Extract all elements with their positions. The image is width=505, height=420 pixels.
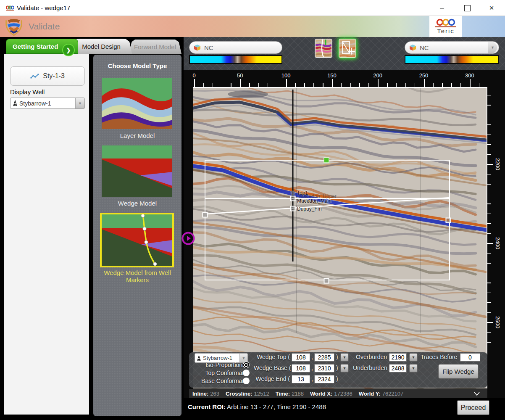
roi-move-tool-icon — [339, 40, 355, 57]
close-paren: ) — [336, 354, 338, 360]
left-colormap-name: NC — [204, 44, 213, 51]
minimize-button[interactable]: – — [434, 0, 450, 16]
wedge-base-x-input[interactable] — [292, 364, 310, 372]
status-value: 172386 — [334, 391, 352, 397]
wedge-top-spinner[interactable]: ▼ — [340, 353, 349, 362]
layer-model-thumbnail[interactable] — [102, 78, 172, 129]
radio-top-conformant[interactable] — [243, 370, 250, 376]
macedon-marker-handle[interactable] — [291, 196, 295, 201]
geoteric-app-icon — [6, 5, 14, 11]
wedge-base-label: Wedge Base ( — [254, 365, 290, 371]
dupuy-marker-handle[interactable] — [291, 206, 295, 211]
left-colormap-select[interactable]: NC — [189, 41, 282, 54]
wedge-top-label: Wedge Top ( — [254, 354, 290, 360]
wedge-from-markers-art — [102, 214, 172, 266]
maximize-button[interactable] — [459, 0, 476, 16]
tab-model-design[interactable]: Model Design — [71, 39, 132, 54]
tab-bar: Forward Model Model Design Getting Start… — [0, 37, 184, 54]
window-title: Validate - wedge17 — [17, 0, 70, 16]
layer-model-label: Layer Model — [93, 132, 181, 139]
model-panel-title: Choose Model Type — [93, 62, 181, 69]
chevron-down-icon[interactable]: ▼ — [239, 354, 247, 362]
roi-bottom-handle[interactable] — [324, 279, 329, 283]
status-label: Crossline: — [226, 391, 252, 397]
cube-icon — [194, 44, 201, 51]
seismic-viewer-area: NC — [184, 37, 505, 398]
status-label: World X: — [310, 391, 332, 397]
chevron-down-icon[interactable]: ▼ — [75, 98, 84, 108]
left-colorbar[interactable] — [189, 55, 282, 64]
radio-base-conformant[interactable] — [243, 378, 250, 384]
underburden-spinner[interactable]: ▼ — [409, 364, 418, 372]
well-derrick-icon — [197, 355, 201, 361]
cursor-status-bar: Inline:263 Crossline:12512 Time:2188 Wor… — [189, 389, 487, 398]
traces-before-input[interactable] — [460, 353, 480, 362]
wedge-end-label: Wedge End ( — [254, 375, 290, 382]
well-view-tool-icon — [316, 40, 331, 57]
roi-top-handle[interactable] — [324, 158, 329, 163]
overburden-input[interactable] — [389, 353, 407, 362]
wedge-base-time-input[interactable] — [314, 364, 334, 372]
panel-expander-handle[interactable] — [181, 231, 195, 246]
roi-rectangle[interactable] — [205, 160, 450, 280]
overburden-label: Overburden — [355, 354, 387, 360]
wedge-from-markers-thumbnail[interactable] — [100, 213, 174, 267]
wedge-end-x-input[interactable] — [292, 375, 310, 383]
chevron-down-icon[interactable]: ▼ — [488, 42, 497, 53]
roi-move-tool-button[interactable] — [339, 39, 356, 58]
geoteric-logo: Teric — [429, 16, 462, 37]
wedge-top-x-input[interactable] — [292, 353, 310, 362]
separator: , — [311, 375, 313, 382]
wedge-parameter-panel: Stybarrow-1 ▼ Iso-Proportional Top Confo… — [189, 352, 487, 388]
wedge-top-time-input[interactable] — [314, 353, 334, 362]
tab-forward-model[interactable]: Forward Model — [129, 40, 181, 54]
app-window: Validate - wedge17 – × Validate Teric — [0, 0, 505, 420]
proceed-button[interactable]: Proceed — [457, 400, 489, 415]
radio-label-iso: Iso-Proportional — [205, 362, 247, 368]
status-value: 2188 — [292, 391, 304, 397]
close-paren: ) — [336, 365, 338, 371]
roi-overlay: Top1 Macedon_Upper Macedon_Main Dupuy_Fm — [193, 88, 487, 388]
status-value: 7622107 — [382, 391, 404, 397]
wedge-model-label: Wedge Model — [93, 200, 181, 207]
right-colormap-select[interactable]: NC ▼ — [405, 41, 499, 54]
separator: , — [311, 354, 313, 360]
status-label: Inline: — [192, 391, 208, 397]
close-paren: ) — [336, 375, 338, 382]
maximize-icon — [464, 5, 471, 11]
flip-wedge-button[interactable]: Flip Wedge — [438, 364, 479, 379]
wedge-model-art — [102, 145, 172, 197]
app-header: Validate Teric — [0, 16, 505, 37]
well-picks-button[interactable]: Sty-1-3 — [10, 66, 85, 86]
wedge-end-handle[interactable] — [203, 213, 208, 217]
well-picks-label: Sty-1-3 — [43, 72, 65, 80]
overburden-spinner[interactable]: ▼ — [409, 353, 418, 362]
time-ruler: 220024002600 — [487, 87, 505, 361]
radio-iso-proportional[interactable] — [243, 362, 250, 368]
close-button[interactable]: × — [483, 0, 500, 16]
wedge-model-thumbnail[interactable] — [102, 145, 172, 197]
radio-label-top-conformant: Top Conformant — [205, 370, 247, 376]
radio-label-base-conformant: Base Conformant — [201, 378, 247, 384]
underburden-input[interactable] — [389, 364, 407, 372]
next-step-chevron-icon[interactable]: ❯ — [62, 44, 75, 56]
right-colorbar[interactable] — [405, 55, 499, 64]
app-name: Validate — [29, 16, 60, 37]
status-value: 263 — [210, 391, 219, 397]
wedge-base-spinner[interactable]: ▼ — [340, 364, 349, 372]
status-value: 12512 — [254, 391, 269, 397]
display-well-select[interactable]: Stybarrow-1 ▼ — [10, 98, 85, 109]
model-type-panel: Choose Model Type Layer Model Wedge Mode… — [93, 55, 181, 416]
collapse-chevron-icon[interactable] — [474, 392, 480, 396]
well-view-tool-button[interactable] — [315, 39, 332, 58]
underburden-label: Underburden — [353, 365, 387, 371]
marker-label-dupuy: Dupuy_Fm — [297, 206, 322, 212]
top1-marker-icon[interactable] — [291, 191, 295, 195]
display-well-value: Stybarrow-1 — [19, 100, 51, 107]
current-roi-label: Current ROI: — [188, 403, 226, 410]
wedge-from-markers-label: Wedge Model from Well Markers — [93, 269, 181, 283]
wedge-end-time-input[interactable] — [314, 375, 334, 383]
seismic-section[interactable]: Top1 Macedon_Upper Macedon_Main Dupuy_Fm — [193, 87, 487, 388]
marker-label-macedon: Macedon_Main — [297, 198, 331, 204]
roi-right-handle[interactable] — [446, 218, 451, 223]
